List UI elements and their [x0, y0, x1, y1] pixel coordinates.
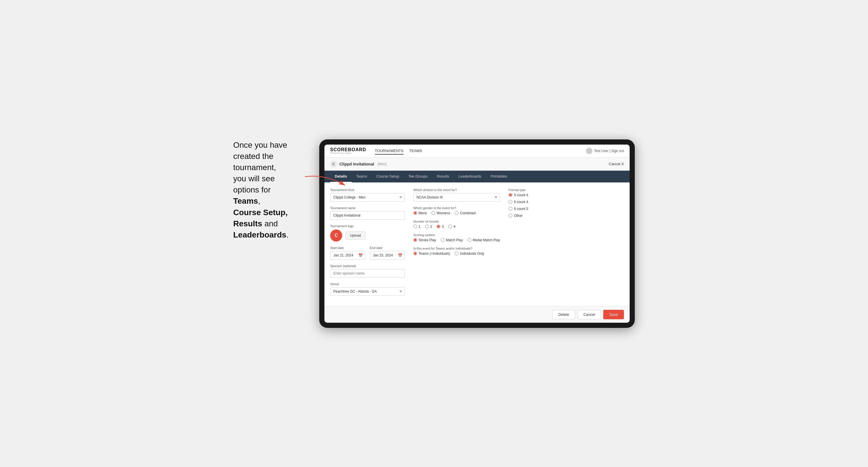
format-other[interactable]: Other: [508, 214, 555, 218]
rounds-2[interactable]: 2: [425, 225, 432, 229]
venue-select[interactable]: Peachtree GC - Atlanta - GA: [330, 287, 405, 296]
gender-label: Which gender is the event for?: [413, 206, 500, 210]
tab-printables[interactable]: Printables: [486, 171, 512, 182]
logo-scoreboard: SCOREBOARD: [330, 148, 366, 152]
top-navigation: SCOREBOARD Powered by clippd TOURNAMENTS…: [324, 145, 630, 158]
tab-leaderboards[interactable]: Leaderboards: [454, 171, 486, 182]
tab-details[interactable]: Details: [330, 171, 352, 182]
venue-group: Venue Peachtree GC - Atlanta - GA: [330, 282, 405, 296]
user-area: Test User | Sign out: [586, 148, 624, 154]
venue-label: Venue: [330, 282, 405, 286]
nav-tournaments[interactable]: TOURNAMENTS: [375, 148, 404, 155]
middle-section: Which division is the event for? NCAA Di…: [413, 188, 500, 300]
main-content: Tournament Host Clippd College - Men Tou…: [324, 182, 630, 306]
logo-preview: C: [330, 229, 342, 242]
end-date-group: End date 📅: [370, 246, 405, 259]
teams-plus-individuals[interactable]: Teams (+Individuals): [413, 252, 450, 256]
scoring-match[interactable]: Match Play: [441, 238, 463, 242]
right-sections: Which division is the event for? NCAA Di…: [413, 188, 555, 300]
format-radio-group: 5 count 4 6 count 4 6 count 5 Other: [508, 193, 555, 218]
logo-group: Tournament logo C Upload: [330, 224, 405, 242]
nav-teams[interactable]: TEAMS: [409, 148, 422, 155]
scoring-label: Scoring system: [413, 233, 500, 237]
cancel-button[interactable]: Cancel: [578, 310, 601, 319]
logo-label: Tournament logo: [330, 224, 405, 228]
gender-radio-group: Mens Womens Combined: [413, 211, 500, 215]
host-group: Tournament Host Clippd College - Men: [330, 188, 405, 201]
end-date-icon: 📅: [398, 253, 402, 257]
tournament-gender: (Men): [377, 162, 386, 166]
sponsor-label: Sponsor (optional): [330, 264, 405, 268]
sidebar-description: Once you have created the tournament, yo…: [233, 139, 308, 241]
tab-results[interactable]: Results: [432, 171, 454, 182]
division-group: Which division is the event for? NCAA Di…: [413, 188, 500, 201]
nav-links: TOURNAMENTS TEAMS: [375, 148, 578, 155]
user-sign-out[interactable]: Test User | Sign out: [594, 149, 624, 153]
gender-womens[interactable]: Womens: [431, 211, 450, 215]
scoring-medal-match[interactable]: Medal Match Play: [468, 238, 500, 242]
form-footer: Delete Cancel Save: [324, 306, 630, 323]
host-select[interactable]: Clippd College - Men: [330, 193, 405, 201]
end-date-label: End date: [370, 246, 405, 250]
tab-teams[interactable]: Teams: [352, 171, 372, 182]
save-button[interactable]: Save: [603, 310, 624, 319]
sponsor-input[interactable]: [330, 269, 405, 278]
gender-mens[interactable]: Mens: [413, 211, 427, 215]
format-6count4[interactable]: 6 count 4: [508, 200, 555, 204]
scoring-group: Scoring system Stroke Play Match Play Me…: [413, 233, 500, 242]
rounds-label: Number of rounds: [413, 220, 500, 223]
user-avatar: [586, 148, 592, 154]
format-label: Format type: [508, 188, 555, 192]
left-column: Tournament Host Clippd College - Men Tou…: [330, 188, 405, 300]
start-date-icon: 📅: [358, 253, 363, 257]
sponsor-group: Sponsor (optional): [330, 264, 405, 278]
logo-area: SCOREBOARD Powered by clippd: [330, 148, 366, 154]
format-5count4[interactable]: 5 count 4: [508, 193, 555, 197]
start-date-label: Start date: [330, 246, 365, 250]
tournament-header: C Clippd Invitational (Men) Cancel X: [324, 158, 630, 171]
rounds-3[interactable]: 3: [437, 225, 444, 229]
name-label: Tournament name: [330, 206, 405, 210]
tab-course-setup[interactable]: Course Setup: [372, 171, 404, 182]
teams-label: Is this event for Teams and/or Individua…: [413, 247, 500, 250]
logo-upload-area: C Upload: [330, 229, 405, 242]
cancel-link[interactable]: Cancel X: [609, 162, 624, 166]
division-select[interactable]: NCAA Division III: [413, 193, 500, 201]
name-input[interactable]: [330, 211, 405, 220]
upload-button[interactable]: Upload: [346, 231, 365, 240]
start-date-group: Start date 📅: [330, 246, 365, 259]
format-section: Format type 5 count 4 6 count 4 6 count …: [508, 188, 555, 300]
tablet-screen: SCOREBOARD Powered by clippd TOURNAMENTS…: [324, 145, 630, 323]
end-date-wrap: 📅: [370, 251, 405, 259]
logo-sub: Powered by clippd: [330, 152, 366, 154]
gender-combined[interactable]: Combined: [455, 211, 475, 215]
start-date-wrap: 📅: [330, 251, 365, 259]
teams-group: Is this event for Teams and/or Individua…: [413, 247, 500, 256]
tab-bar: Details Teams Course Setup Tee Groups Re…: [324, 171, 630, 182]
tournament-icon: C: [330, 161, 337, 167]
rounds-1[interactable]: 1: [413, 225, 421, 229]
individuals-only[interactable]: Individuals Only: [455, 252, 484, 256]
rounds-radio-group: 1 2 3 4: [413, 225, 500, 229]
rounds-4[interactable]: 4: [448, 225, 456, 229]
scoring-radio-group: Stroke Play Match Play Medal Match Play: [413, 238, 500, 242]
name-group: Tournament name: [330, 206, 405, 220]
rounds-group: Number of rounds 1 2 3: [413, 220, 500, 229]
tablet-frame: SCOREBOARD Powered by clippd TOURNAMENTS…: [319, 139, 635, 328]
division-label: Which division is the event for?: [413, 188, 500, 192]
format-6count5[interactable]: 6 count 5: [508, 207, 555, 211]
scoring-stroke[interactable]: Stroke Play: [413, 238, 436, 242]
teams-radio-group: Teams (+Individuals) Individuals Only: [413, 252, 500, 256]
gender-group: Which gender is the event for? Mens Wome…: [413, 206, 500, 215]
date-row: Start date 📅 End date 📅: [330, 246, 405, 259]
tab-tee-groups[interactable]: Tee Groups: [404, 171, 432, 182]
tournament-title-area: C Clippd Invitational (Men): [330, 161, 387, 167]
tournament-name: Clippd Invitational: [339, 162, 374, 166]
host-label: Tournament Host: [330, 188, 405, 192]
delete-button[interactable]: Delete: [552, 310, 575, 319]
